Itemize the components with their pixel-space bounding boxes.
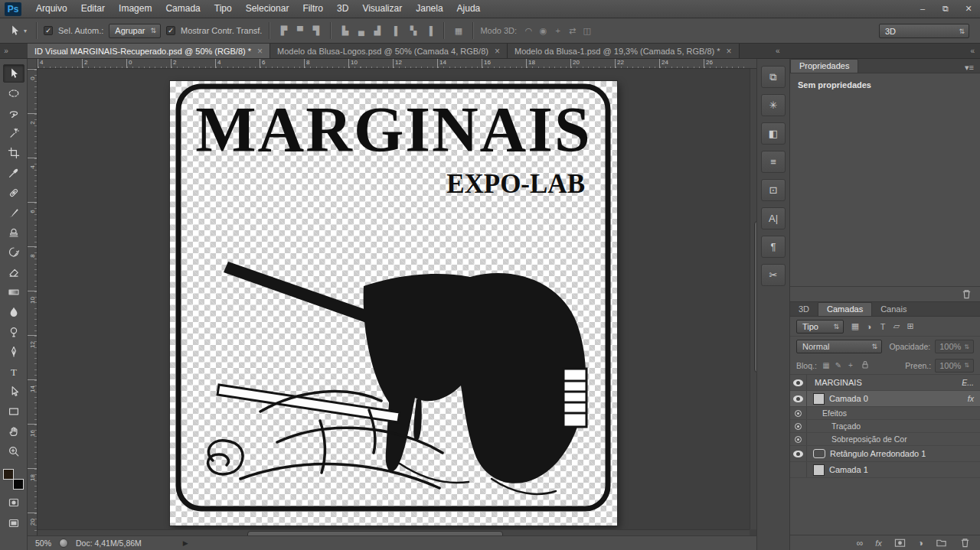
menu-item[interactable]: Janela	[409, 0, 449, 18]
close-tab-icon[interactable]: ×	[257, 46, 263, 57]
path-selection-tool[interactable]	[3, 382, 24, 401]
lines-icon[interactable]: ≡	[761, 151, 786, 173]
type-layers-filter-icon[interactable]: T	[877, 322, 889, 331]
move-tool[interactable]	[3, 64, 24, 83]
panel-tab[interactable]: 3D	[790, 303, 818, 316]
overlapping-squares-icon[interactable]: ⧉	[761, 66, 786, 88]
align-icon[interactable]: ▙	[338, 23, 352, 38]
delete-layer-trash-icon[interactable]	[959, 537, 971, 548]
paragraph-panel-icon[interactable]: ¶	[761, 236, 786, 258]
new-group-folder-icon[interactable]	[936, 537, 947, 548]
layer-badge[interactable]: E...	[962, 378, 980, 387]
collapse-panels-icon[interactable]: «	[970, 44, 975, 58]
visibility-toggle[interactable]	[790, 391, 807, 406]
character-panel-icon[interactable]: A|	[761, 207, 786, 229]
align-icon[interactable]: ▜	[309, 23, 323, 38]
menu-item[interactable]: Visualizar	[355, 0, 409, 18]
document-tab[interactable]: Modelo da Blusa-1.psd @ 19,3% (Camada 5,…	[508, 44, 740, 58]
layer-row[interactable]: MARGINAIS E...	[790, 375, 980, 391]
lock-position-icon[interactable]: +	[845, 361, 856, 369]
squared-dot-icon[interactable]: ⊡	[761, 179, 786, 201]
adjustment-layer-icon[interactable]: ◑	[918, 539, 923, 548]
trash-icon[interactable]	[961, 288, 972, 300]
layer-row[interactable]: Efeitos	[790, 407, 980, 420]
visibility-toggle[interactable]	[790, 446, 807, 461]
close-tab-icon[interactable]: ×	[727, 46, 732, 57]
status-menu-arrow-icon[interactable]: ▶	[183, 539, 188, 547]
blend-mode-dropdown[interactable]: Normal ⇅	[796, 340, 882, 353]
blur-tool[interactable]	[3, 303, 24, 321]
3d-rotate-icon[interactable]: ◠	[522, 23, 535, 38]
dodge-tool[interactable]	[3, 323, 24, 341]
background-color-swatch[interactable]	[13, 479, 24, 490]
3d-roll-icon[interactable]: ◉	[537, 23, 550, 38]
opacity-input[interactable]: 100% ⇅	[935, 340, 974, 353]
scissors-icon[interactable]: ✂	[761, 264, 786, 286]
restore-icon[interactable]: ⧉	[934, 0, 957, 18]
visibility-toggle[interactable]	[790, 407, 807, 419]
zoom-tool[interactable]	[3, 442, 24, 461]
visibility-toggle[interactable]	[790, 420, 807, 432]
type-tool[interactable]: T	[3, 363, 24, 381]
panel-tab[interactable]: Camadas	[818, 302, 872, 316]
healing-brush-tool[interactable]	[3, 184, 24, 202]
history-brush-tool[interactable]	[3, 243, 24, 262]
layer-row[interactable]: Camada 1	[790, 462, 980, 478]
expand-dock-icon[interactable]: »	[0, 44, 12, 58]
tab-properties[interactable]: Propriedades	[790, 59, 858, 73]
half-square-icon[interactable]: ◧	[761, 122, 786, 145]
menu-item[interactable]: Ajuda	[450, 0, 488, 18]
layer-row[interactable]: Retângulo Arredondado 1	[790, 446, 980, 462]
document-tab[interactable]: Modelo da Blusa-Logos.psd @ 50% (Camada …	[270, 44, 508, 58]
eyedropper-tool[interactable]	[3, 164, 24, 182]
brush-tool[interactable]	[3, 203, 24, 222]
tool-preset-picker[interactable]: ▾	[6, 24, 29, 37]
3d-slide-icon[interactable]: ⇄	[566, 23, 579, 38]
align-icon[interactable]: ▄	[354, 23, 368, 38]
menu-item[interactable]: Tipo	[207, 0, 239, 18]
minimize-icon[interactable]: –	[911, 0, 934, 18]
adjustment-layers-filter-icon[interactable]: ◑	[863, 322, 875, 331]
distribute-icon[interactable]: ▚	[406, 23, 420, 38]
screen-mode-button[interactable]	[8, 517, 20, 531]
menu-item[interactable]: Editar	[74, 0, 112, 18]
visibility-toggle[interactable]	[790, 433, 807, 445]
layer-thumbnail[interactable]	[813, 464, 825, 476]
collapse-iconstrip-icon[interactable]: «	[776, 44, 780, 58]
magic-wand-tool[interactable]	[3, 124, 24, 142]
3d-drag-icon[interactable]: +	[551, 23, 564, 38]
zoom-level[interactable]: 50%	[35, 539, 51, 548]
pixel-layers-filter-icon[interactable]: ▦	[849, 321, 861, 331]
elliptical-marquee-tool[interactable]	[3, 84, 24, 103]
layer-row[interactable]: Traçado	[790, 420, 980, 433]
document-tab[interactable]: ID Visual MARGINAIS-Recuperado.psd @ 50%…	[28, 44, 270, 58]
panel-menu-icon[interactable]: ▾≡	[965, 63, 980, 73]
menu-item[interactable]: Camada	[158, 0, 207, 18]
3d-scale-icon[interactable]: ◫	[580, 23, 593, 38]
ruler-origin-corner[interactable]	[28, 59, 38, 69]
auto-select-checkbox[interactable]: ✓	[44, 26, 53, 35]
hand-tool[interactable]	[3, 422, 24, 441]
layer-style-fx-icon[interactable]: fx	[875, 539, 882, 548]
lock-transparency-icon[interactable]: ▦	[821, 361, 831, 369]
menu-item[interactable]: Filtro	[296, 0, 330, 18]
document-canvas[interactable]: MARGINAIS EXPO-LAB	[170, 81, 617, 526]
close-tab-icon[interactable]: ×	[495, 46, 500, 57]
auto-select-dropdown[interactable]: Agrupar ⇅	[109, 24, 161, 38]
foreground-color-swatch[interactable]	[3, 469, 14, 480]
show-transform-checkbox[interactable]: ✓	[166, 26, 175, 35]
menu-item[interactable]: Selecionar	[239, 0, 296, 18]
shape-layers-filter-icon[interactable]: ▱	[890, 321, 903, 331]
fill-input[interactable]: 100% ⇅	[935, 359, 974, 373]
gradient-tool[interactable]	[3, 283, 24, 301]
distribute-icon[interactable]: ▐	[422, 23, 436, 38]
menu-item[interactable]: Arquivo	[29, 0, 74, 18]
close-icon[interactable]: ✕	[957, 0, 980, 18]
layer-thumbnail[interactable]	[813, 393, 825, 405]
layer-badge[interactable]: fx	[968, 394, 980, 403]
layer-mask-icon[interactable]	[894, 537, 906, 548]
lock-all-icon[interactable]	[860, 360, 871, 372]
align-icon[interactable]: ▛	[276, 23, 291, 38]
menu-item[interactable]: 3D	[330, 0, 355, 18]
layer-row[interactable]: Sobreposição de Cor	[790, 433, 980, 446]
